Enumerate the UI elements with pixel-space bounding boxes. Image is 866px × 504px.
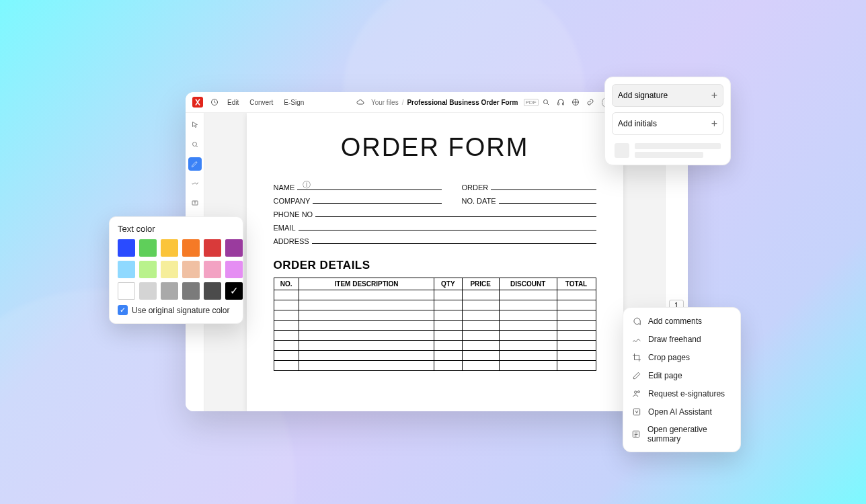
form-line[interactable]: [315, 209, 596, 217]
headphones-icon[interactable]: [556, 97, 565, 107]
edit-icon: [631, 370, 641, 380]
document-canvas[interactable]: ORDER FORM NAMEⒾ ORDER COMPANY NO. DATE …: [204, 113, 665, 411]
context-menu-item[interactable]: Edit page: [623, 366, 740, 384]
table-row[interactable]: [274, 351, 596, 361]
context-menu-label: Open AI Assistant: [648, 407, 712, 417]
menu-edit[interactable]: Edit: [227, 99, 239, 106]
form-line[interactable]: [499, 196, 596, 204]
color-swatch[interactable]: [161, 239, 178, 257]
recent-icon[interactable]: [210, 97, 219, 107]
add-signature-label: Add signature: [618, 91, 668, 100]
menu-esign[interactable]: E-Sign: [284, 99, 304, 106]
context-menu-label: Draw freehand: [648, 335, 701, 344]
signature-panel: Add signature + Add initials +: [604, 77, 731, 165]
svg-rect-2: [557, 103, 559, 105]
color-swatch[interactable]: [182, 282, 200, 300]
color-swatch[interactable]: [182, 261, 200, 278]
svg-point-8: [192, 142, 196, 146]
color-swatch[interactable]: [204, 239, 221, 257]
table-row[interactable]: [274, 290, 596, 300]
checkbox-icon: ✓: [118, 305, 128, 315]
share-icon[interactable]: [571, 97, 580, 107]
context-menu-label: Request e-signatures: [648, 389, 725, 398]
section-title: ORDER DETAILS: [274, 259, 596, 272]
pdf-page: ORDER FORM NAMEⒾ ORDER COMPANY NO. DATE …: [247, 113, 623, 411]
text-color-popover: Text color ✓ Use original signature colo…: [109, 216, 243, 324]
context-menu-item[interactable]: Crop pages: [623, 348, 740, 366]
breadcrumb-root[interactable]: Your files: [371, 99, 399, 106]
field-label: NAME: [274, 183, 295, 192]
table-row[interactable]: [274, 361, 596, 371]
plus-icon: +: [711, 89, 717, 101]
color-swatch[interactable]: [118, 239, 135, 257]
context-menu-label: Open generative summary: [647, 425, 732, 444]
context-menu-item[interactable]: Draw freehand: [623, 330, 740, 348]
form-line[interactable]: [299, 222, 596, 230]
table-row[interactable]: [274, 321, 596, 331]
original-color-checkbox[interactable]: ✓ Use original signature color: [118, 305, 235, 315]
form-line[interactable]: [313, 196, 441, 204]
color-swatch[interactable]: [225, 261, 243, 278]
svg-point-1: [543, 100, 547, 104]
table-row[interactable]: [274, 310, 596, 321]
plus-icon: +: [711, 118, 717, 130]
svg-rect-12: [633, 409, 639, 415]
zoom-tool[interactable]: [188, 138, 202, 151]
add-initials-label: Add initials: [618, 119, 657, 128]
color-swatch[interactable]: [118, 261, 135, 278]
popover-title: Text color: [118, 224, 235, 234]
cloud-icon: [356, 97, 365, 107]
field-label: NO. DATE: [462, 197, 496, 205]
color-swatch[interactable]: [139, 282, 157, 300]
table-header: ITEM DESCRIPTION: [299, 278, 434, 290]
field-label: ADDRESS: [274, 237, 309, 245]
color-swatch[interactable]: [225, 282, 243, 300]
erase-tool[interactable]: [188, 177, 202, 190]
form-line[interactable]: [491, 182, 596, 190]
color-swatch[interactable]: [139, 239, 157, 257]
breadcrumb: Your files / Professional Business Order…: [353, 97, 539, 107]
draw-tool[interactable]: [188, 157, 202, 171]
menu-convert[interactable]: Convert: [249, 99, 273, 106]
context-menu-item[interactable]: Request e-signatures: [623, 384, 740, 403]
color-swatch[interactable]: [139, 261, 157, 278]
signature-placeholder: [612, 140, 723, 158]
field-label: ORDER: [462, 183, 489, 192]
context-menu-item[interactable]: Open AI Assistant: [623, 403, 740, 421]
form-title: ORDER FORM: [274, 133, 596, 162]
svg-point-11: [637, 390, 639, 392]
checkbox-label: Use original signature color: [132, 306, 229, 315]
order-table: NO.ITEM DESCRIPTIONQTYPRICEDISCOUNTTOTAL: [274, 278, 596, 371]
svg-rect-3: [562, 103, 563, 105]
context-menu-item[interactable]: Add comments: [623, 312, 740, 330]
field-label: PHONE NO: [274, 210, 313, 218]
color-swatch[interactable]: [204, 282, 221, 300]
search-icon[interactable]: [541, 97, 551, 107]
field-label: COMPANY: [274, 197, 311, 205]
table-header: QTY: [434, 278, 462, 290]
add-signature-row[interactable]: Add signature +: [612, 84, 723, 107]
color-swatch[interactable]: [161, 282, 178, 300]
context-menu-item[interactable]: Open generative summary: [623, 421, 740, 448]
summary-icon: [631, 429, 641, 439]
link-icon[interactable]: [586, 97, 595, 107]
color-swatch[interactable]: [182, 239, 200, 257]
color-swatch[interactable]: [225, 239, 243, 257]
form-line[interactable]: Ⓘ: [297, 182, 441, 190]
freehand-icon: [631, 334, 641, 344]
table-row[interactable]: [274, 341, 596, 351]
table-row[interactable]: [274, 331, 596, 341]
context-menu: Add commentsDraw freehandCrop pagesEdit …: [623, 307, 741, 452]
color-swatch[interactable]: [204, 261, 221, 278]
table-row[interactable]: [274, 300, 596, 310]
color-swatch[interactable]: [118, 282, 135, 300]
people-icon: [631, 388, 641, 398]
table-header: NO.: [274, 278, 299, 290]
color-swatch[interactable]: [161, 261, 178, 278]
svg-point-10: [634, 390, 637, 393]
form-line[interactable]: [312, 236, 596, 244]
text-tool[interactable]: [188, 196, 202, 210]
cursor-tool[interactable]: [188, 118, 202, 132]
color-swatch-grid: [118, 239, 235, 300]
add-initials-row[interactable]: Add initials +: [612, 112, 723, 135]
